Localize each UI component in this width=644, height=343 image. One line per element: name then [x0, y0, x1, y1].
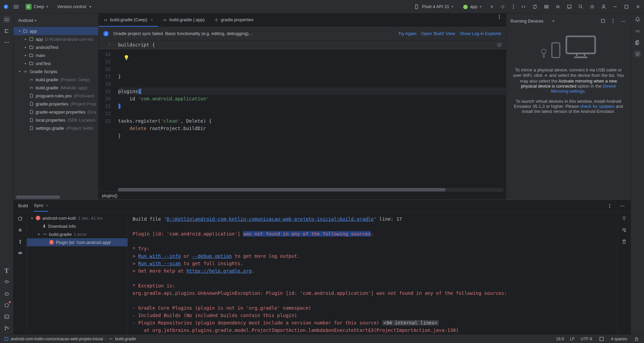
pin-icon[interactable]	[17, 238, 24, 245]
tree-row[interactable]: proguard-rules.pro(ProGuard	[13, 92, 98, 100]
settings-icon[interactable]	[589, 3, 596, 10]
more-icon[interactable]	[510, 3, 517, 10]
window-icon[interactable]	[600, 18, 606, 24]
structure-icon[interactable]	[3, 28, 10, 34]
readonly-icon[interactable]	[633, 336, 640, 342]
sync-tab[interactable]: Sync ×	[34, 200, 48, 212]
project-selector[interactable]: C Ceep ▾	[23, 3, 51, 11]
tree-row[interactable]: build.gradle(Project: Ceep)	[13, 75, 98, 84]
tree-row[interactable]: local.properties(SDK Location	[13, 116, 98, 124]
account-icon[interactable]	[600, 3, 607, 10]
build-tree-row[interactable]: ⬇Download info	[27, 222, 128, 230]
editor-h-scrollbar[interactable]	[118, 188, 503, 191]
editor-tab[interactable]: build.gradle (Ceep)×	[99, 13, 158, 27]
encoding[interactable]: UTF-8	[581, 337, 592, 341]
more-tools-icon[interactable]	[3, 39, 10, 46]
gutter[interactable]: 14151617181920212223	[99, 40, 115, 188]
tree-h-scrollbar[interactable]	[16, 195, 96, 199]
tree-row[interactable]: gradle.properties(Project Prop	[13, 100, 98, 108]
tree-row[interactable]: build.gradle(Module :app)	[13, 84, 98, 92]
maximize-icon[interactable]	[623, 3, 630, 10]
terminal-icon[interactable]	[3, 313, 10, 320]
filter-icon[interactable]	[621, 215, 628, 222]
logcat-icon[interactable]	[3, 290, 10, 297]
inspector-icon[interactable]	[566, 3, 573, 10]
vcs-selector[interactable]: Version control	[55, 3, 94, 10]
build-output[interactable]: Build file 'D:\Kotlin\android-com-kotlin…	[128, 212, 617, 334]
svg-point-30	[499, 17, 500, 18]
tree-row[interactable]: ▾app	[13, 27, 98, 35]
tree-row[interactable]: ▾Gradle Scripts	[13, 67, 98, 75]
gradle-icon[interactable]	[543, 3, 550, 10]
check-updates-link[interactable]: check for updates	[580, 104, 615, 109]
editor-body[interactable]: 2 buildscript { 14151617181920212223 💡 }…	[99, 40, 506, 188]
svg-point-8	[513, 8, 514, 9]
run-icon[interactable]	[489, 3, 495, 10]
svg-rect-48	[636, 53, 639, 55]
build-more-icon[interactable]	[606, 202, 613, 209]
svg-point-31	[499, 18, 500, 19]
device-min-icon[interactable]: —	[620, 18, 627, 24]
editor-tab[interactable]: gradle.properties	[209, 13, 258, 27]
debug-icon[interactable]	[499, 3, 506, 10]
build-tab[interactable]: Build	[18, 200, 28, 212]
text-icon[interactable]: T	[3, 268, 10, 274]
device-selector[interactable]: Pixel 4 API 31 ▾	[410, 2, 456, 11]
show-log-link[interactable]: Show Log in Explorer	[460, 31, 501, 36]
resources-icon[interactable]	[3, 279, 10, 286]
device-manager-icon[interactable]	[634, 39, 641, 46]
build-tree-row[interactable]: !Plugin [id: 'com.android.appl	[27, 238, 128, 246]
tree-row[interactable]: ▸androidTest	[13, 43, 98, 51]
try-again-link[interactable]: Try Again	[398, 31, 416, 36]
project-tree[interactable]: ▾app▸appD:\Kotlin\android-com-ko▸android…	[13, 27, 98, 195]
trash-icon[interactable]	[621, 238, 628, 245]
indent[interactable]: 4 spaces	[611, 337, 627, 341]
build-tree-row[interactable]: ▾ build.gradle1 error	[27, 230, 128, 238]
restart-icon[interactable]	[17, 215, 24, 222]
module-icon	[4, 337, 9, 341]
device-more-icon[interactable]	[610, 18, 616, 24]
sticky-header[interactable]: 2 buildscript {	[99, 40, 506, 49]
project-tool-icon[interactable]	[3, 16, 10, 23]
notifications-icon[interactable]	[634, 16, 641, 23]
stop-icon[interactable]	[17, 227, 24, 233]
open-build-link[interactable]: Open 'Build' View	[421, 31, 455, 36]
tree-row[interactable]: ▸appD:\Kotlin\android-com-ko	[13, 35, 98, 43]
vcs-tool-icon[interactable]	[3, 325, 10, 332]
no-inspect-icon[interactable]	[496, 41, 503, 48]
editor-breadcrumb[interactable]: plugins{}	[99, 191, 506, 199]
search-icon[interactable]	[577, 3, 584, 10]
build-tree[interactable]: ▾ !android-com-kotli1 sec, 41 ms⬇Downloa…	[27, 212, 128, 334]
bug-icon[interactable]	[554, 3, 561, 10]
minimize-icon[interactable]	[612, 3, 618, 10]
build-tree-row[interactable]: ▾ !android-com-kotli1 sec, 41 ms	[27, 214, 128, 222]
cursor-position[interactable]: 16:9	[556, 337, 564, 341]
run-config-selector[interactable]: ⬤ app ▾	[460, 3, 485, 10]
add-device-icon[interactable]: ＋	[550, 18, 557, 24]
menu-icon[interactable]	[13, 3, 20, 10]
lightbulb-icon[interactable]: 💡	[123, 54, 129, 61]
line-ending[interactable]: LF	[570, 337, 575, 341]
gradle-tool-icon[interactable]	[634, 28, 641, 34]
status-crumb-file[interactable]: build.gradle	[115, 337, 136, 341]
editor-tab[interactable]: build.gradle (:app)	[158, 13, 209, 27]
soft-wrap-icon[interactable]	[621, 227, 628, 233]
status-crumb-project[interactable]: android-com-kotlin-comunicacao-web-proje…	[11, 337, 103, 341]
code-with-me-icon[interactable]	[520, 3, 527, 10]
project-panel-title[interactable]: Android	[13, 13, 98, 27]
tree-row[interactable]: gradle-wrapper.properties(Gra	[13, 108, 98, 116]
project-badge: C	[26, 4, 32, 10]
build-tool-icon[interactable]	[3, 302, 10, 309]
app-icon[interactable]	[3, 3, 9, 10]
indent-icon[interactable]	[598, 336, 605, 342]
tree-row[interactable]: settings.gradle(Project Settin	[13, 124, 98, 132]
tree-row[interactable]: ▸main	[13, 51, 98, 59]
sync-icon[interactable]	[532, 3, 538, 10]
close-icon[interactable]	[635, 3, 641, 10]
tree-row[interactable]: ▸unitTest	[13, 59, 98, 67]
code-content[interactable]: 💡 } plugins{ id 'com.android.application…	[115, 40, 506, 188]
view-icon[interactable]	[17, 250, 24, 256]
tabs-more-icon[interactable]	[496, 13, 503, 20]
build-min-icon[interactable]: —	[619, 202, 626, 209]
running-devices-icon[interactable]	[634, 51, 641, 57]
